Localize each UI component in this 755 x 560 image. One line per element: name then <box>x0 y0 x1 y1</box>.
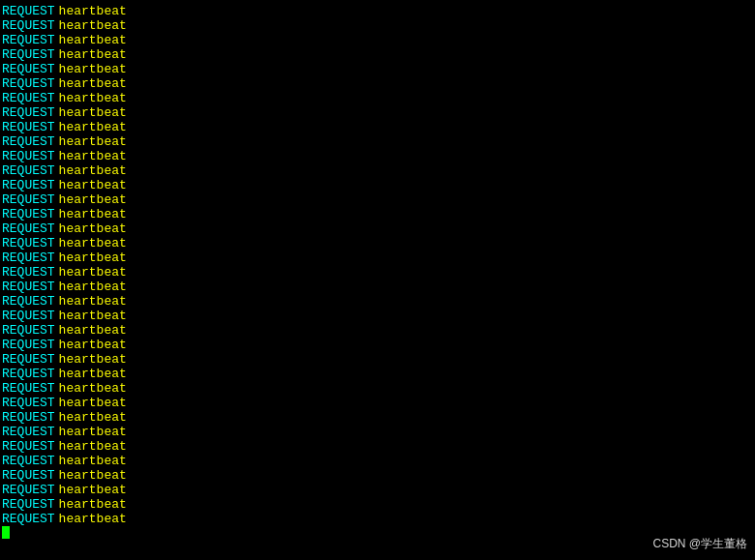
heartbeat-label: heartbeat <box>59 47 127 62</box>
log-line: REQUESTheartbeat <box>2 396 753 410</box>
request-label: REQUEST <box>2 192 55 207</box>
log-line: REQUESTheartbeat <box>2 280 753 294</box>
cursor-line <box>2 526 753 539</box>
request-label: REQUEST <box>2 425 55 439</box>
request-label: REQUEST <box>2 309 55 323</box>
log-line: REQUESTheartbeat <box>2 120 753 134</box>
heartbeat-label: heartbeat <box>59 62 127 76</box>
log-line: REQUESTheartbeat <box>2 512 753 526</box>
request-label: REQUEST <box>2 134 55 149</box>
heartbeat-label: heartbeat <box>59 425 127 439</box>
log-line: REQUESTheartbeat <box>2 163 753 178</box>
heartbeat-label: heartbeat <box>59 323 127 338</box>
heartbeat-label: heartbeat <box>59 134 127 149</box>
heartbeat-label: heartbeat <box>59 381 127 396</box>
heartbeat-label: heartbeat <box>59 294 127 309</box>
request-label: REQUEST <box>2 178 55 192</box>
request-label: REQUEST <box>2 497 55 512</box>
log-line: REQUESTheartbeat <box>2 4 753 18</box>
heartbeat-label: heartbeat <box>59 309 127 323</box>
heartbeat-label: heartbeat <box>59 192 127 207</box>
request-label: REQUEST <box>2 62 55 76</box>
request-label: REQUEST <box>2 163 55 178</box>
request-label: REQUEST <box>2 207 55 221</box>
request-label: REQUEST <box>2 454 55 468</box>
request-label: REQUEST <box>2 33 55 47</box>
request-label: REQUEST <box>2 381 55 396</box>
request-label: REQUEST <box>2 76 55 91</box>
log-line: REQUESTheartbeat <box>2 439 753 454</box>
request-label: REQUEST <box>2 120 55 134</box>
log-line: REQUESTheartbeat <box>2 294 753 309</box>
log-line: REQUESTheartbeat <box>2 265 753 280</box>
request-label: REQUEST <box>2 396 55 410</box>
log-line: REQUESTheartbeat <box>2 483 753 497</box>
request-label: REQUEST <box>2 280 55 294</box>
heartbeat-label: heartbeat <box>59 280 127 294</box>
request-label: REQUEST <box>2 236 55 251</box>
log-line: REQUESTheartbeat <box>2 468 753 483</box>
heartbeat-label: heartbeat <box>59 76 127 91</box>
log-line: REQUESTheartbeat <box>2 338 753 352</box>
heartbeat-label: heartbeat <box>59 338 127 352</box>
heartbeat-label: heartbeat <box>59 367 127 381</box>
request-label: REQUEST <box>2 338 55 352</box>
log-line: REQUESTheartbeat <box>2 425 753 439</box>
request-label: REQUEST <box>2 512 55 526</box>
log-line: REQUESTheartbeat <box>2 192 753 207</box>
heartbeat-label: heartbeat <box>59 439 127 454</box>
log-line: REQUESTheartbeat <box>2 221 753 236</box>
request-label: REQUEST <box>2 265 55 280</box>
log-line: REQUESTheartbeat <box>2 309 753 323</box>
heartbeat-label: heartbeat <box>59 221 127 236</box>
request-label: REQUEST <box>2 91 55 105</box>
heartbeat-label: heartbeat <box>59 149 127 163</box>
heartbeat-label: heartbeat <box>59 91 127 105</box>
log-line: REQUESTheartbeat <box>2 497 753 512</box>
log-line: REQUESTheartbeat <box>2 134 753 149</box>
request-label: REQUEST <box>2 18 55 33</box>
heartbeat-label: heartbeat <box>59 105 127 120</box>
heartbeat-label: heartbeat <box>59 18 127 33</box>
request-label: REQUEST <box>2 221 55 236</box>
heartbeat-label: heartbeat <box>59 207 127 221</box>
log-line: REQUESTheartbeat <box>2 18 753 33</box>
heartbeat-label: heartbeat <box>59 352 127 367</box>
log-line: REQUESTheartbeat <box>2 33 753 47</box>
heartbeat-label: heartbeat <box>59 33 127 47</box>
terminal-cursor <box>2 526 10 539</box>
request-label: REQUEST <box>2 352 55 367</box>
log-line: REQUESTheartbeat <box>2 251 753 265</box>
heartbeat-label: heartbeat <box>59 410 127 425</box>
log-line: REQUESTheartbeat <box>2 367 753 381</box>
log-line: REQUESTheartbeat <box>2 149 753 163</box>
log-line: REQUESTheartbeat <box>2 207 753 221</box>
heartbeat-label: heartbeat <box>59 396 127 410</box>
log-line: REQUESTheartbeat <box>2 410 753 425</box>
terminal: REQUESTheartbeatREQUESTheartbeatREQUESTh… <box>0 0 755 560</box>
request-label: REQUEST <box>2 439 55 454</box>
request-label: REQUEST <box>2 410 55 425</box>
heartbeat-label: heartbeat <box>59 4 127 18</box>
request-label: REQUEST <box>2 367 55 381</box>
log-line: REQUESTheartbeat <box>2 381 753 396</box>
log-line: REQUESTheartbeat <box>2 454 753 468</box>
request-label: REQUEST <box>2 47 55 62</box>
log-line: REQUESTheartbeat <box>2 76 753 91</box>
log-line: REQUESTheartbeat <box>2 105 753 120</box>
heartbeat-label: heartbeat <box>59 497 127 512</box>
request-label: REQUEST <box>2 251 55 265</box>
heartbeat-label: heartbeat <box>59 236 127 251</box>
log-line: REQUESTheartbeat <box>2 323 753 338</box>
request-label: REQUEST <box>2 294 55 309</box>
heartbeat-label: heartbeat <box>59 454 127 468</box>
request-label: REQUEST <box>2 483 55 497</box>
log-line: REQUESTheartbeat <box>2 236 753 251</box>
request-label: REQUEST <box>2 149 55 163</box>
request-label: REQUEST <box>2 323 55 338</box>
heartbeat-label: heartbeat <box>59 178 127 192</box>
log-line: REQUESTheartbeat <box>2 47 753 62</box>
log-line: REQUESTheartbeat <box>2 352 753 367</box>
heartbeat-label: heartbeat <box>59 483 127 497</box>
heartbeat-label: heartbeat <box>59 251 127 265</box>
